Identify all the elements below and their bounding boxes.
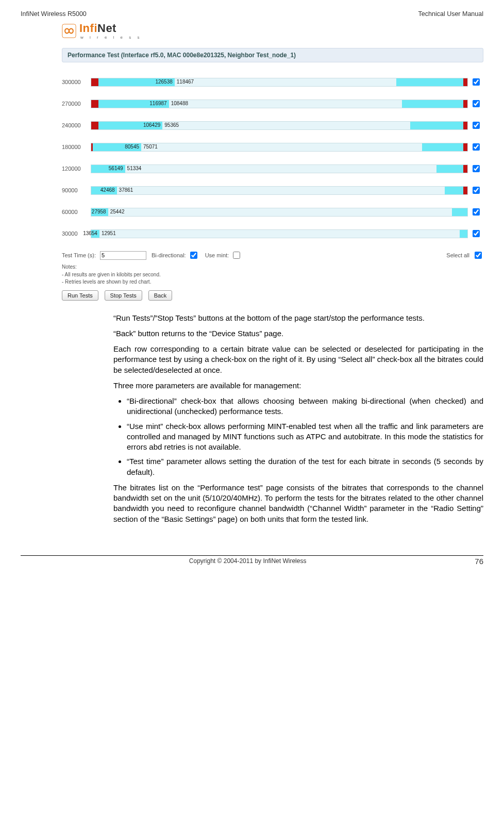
- left-value: 56149: [109, 166, 123, 171]
- bitrate-label: 60000: [62, 209, 91, 215]
- left-value: 116987: [149, 101, 166, 106]
- notes-block: Notes: - All results are given in kilobi…: [62, 263, 483, 286]
- bitrate-row: 600002795825442: [62, 207, 483, 217]
- left-throughput-bar: 126538: [98, 78, 175, 86]
- right-value: 75071: [143, 144, 158, 150]
- bitrate-row: 270000116987108488: [62, 98, 483, 109]
- row-select-checkbox[interactable]: [473, 78, 480, 86]
- right-value: 118467: [177, 79, 194, 85]
- errors-segment: [91, 100, 98, 108]
- left-throughput-bar: 116987: [98, 100, 169, 108]
- bitrate-chart: 3000001265381184672700001169871084882400…: [62, 77, 483, 239]
- left-value: 42468: [100, 187, 115, 193]
- brand-logo: InfiNet w i r e l e s s: [62, 22, 483, 40]
- usemint-label: Use mint:: [205, 252, 229, 258]
- right-value: 37861: [119, 187, 133, 193]
- doc-title-left: InfiNet Wireless R5000: [21, 10, 87, 18]
- errors-segment-right: [463, 78, 467, 86]
- right-throughput-bar: [436, 165, 467, 173]
- bitrate-label: 300000: [62, 79, 91, 85]
- right-throughput-bar: [410, 122, 467, 129]
- right-throughput-bar: [396, 78, 467, 86]
- left-value: 126538: [155, 79, 172, 85]
- footer-rule: [21, 555, 483, 556]
- stop-tests-button[interactable]: Stop Tests: [105, 290, 142, 301]
- bidir-checkbox[interactable]: [190, 252, 197, 259]
- copyright: Copyright © 2004-2011 by InfiNet Wireles…: [189, 557, 307, 565]
- right-throughput-bar: [422, 143, 467, 151]
- usemint-checkbox[interactable]: [233, 252, 240, 259]
- row-select-checkbox[interactable]: [473, 122, 480, 129]
- right-value: 25442: [110, 209, 125, 214]
- infinity-icon: [62, 24, 76, 38]
- test-time-input[interactable]: [100, 251, 146, 260]
- errors-segment-right: [463, 187, 467, 194]
- row-select-checkbox[interactable]: [473, 143, 480, 151]
- doc-title-right: Technical User Manual: [418, 10, 483, 18]
- right-throughput-bar: [402, 100, 467, 108]
- bar-track: 126538118467: [91, 78, 468, 87]
- bitrate-row: 1800008054575071: [62, 142, 483, 152]
- errors-segment-right: [463, 143, 467, 151]
- left-value: 80545: [125, 144, 139, 150]
- back-button[interactable]: Back: [148, 290, 172, 301]
- right-value: 12951: [102, 230, 116, 236]
- bitrate-row: 300000126538118467: [62, 77, 483, 87]
- right-throughput-bar: [460, 230, 467, 238]
- bitrate-label: 240000: [62, 122, 91, 128]
- errors-segment: [91, 78, 98, 86]
- brand-sub: w i r e l e s s: [80, 35, 142, 40]
- bitrate-row: 900004246837861: [62, 185, 483, 195]
- select-all-checkbox[interactable]: [475, 252, 482, 259]
- bar-track: 2795825442: [91, 208, 468, 217]
- right-value: 95365: [164, 122, 179, 128]
- bar-track: 8054575071: [91, 143, 468, 152]
- left-throughput-bar: 13654: [91, 230, 99, 238]
- left-throughput-bar: 106429: [98, 122, 162, 129]
- left-throughput-bar: 56149: [91, 165, 125, 173]
- bitrate-label: 270000: [62, 101, 91, 107]
- errors-segment-right: [463, 122, 467, 129]
- errors-segment-right: [463, 100, 467, 108]
- bitrate-label: 180000: [62, 144, 91, 150]
- bitrate-row: 24000010642995365: [62, 120, 483, 130]
- bar-track: 1365412951: [91, 229, 468, 238]
- left-value: 27958: [92, 209, 106, 214]
- bitrate-row: 1200005614951334: [62, 163, 483, 174]
- test-time-label: Test Time (s):: [62, 252, 96, 258]
- bitrate-label: 90000: [62, 187, 91, 193]
- right-throughput-bar: [452, 208, 467, 216]
- brand-b: Net: [97, 22, 116, 35]
- left-throughput-bar: 27958: [91, 208, 108, 216]
- row-select-checkbox[interactable]: [473, 187, 480, 194]
- bar-track: 116987108488: [91, 100, 468, 108]
- row-select-checkbox[interactable]: [473, 208, 480, 216]
- page-prose: “Run Tests”/”Stop Tests” buttons at the …: [113, 313, 483, 524]
- select-all-label: Select all: [446, 252, 469, 258]
- row-select-checkbox[interactable]: [473, 165, 480, 172]
- row-select-checkbox[interactable]: [473, 100, 480, 107]
- bitrate-row: 300001365412951: [62, 228, 483, 239]
- bidir-label: Bi-directional:: [152, 252, 186, 258]
- bar-track: 10642995365: [91, 121, 468, 130]
- left-throughput-bar: 42468: [91, 187, 117, 194]
- left-value: 13654: [83, 230, 97, 236]
- perf-test-header: Performance Test (Interface rf5.0, MAC 0…: [62, 48, 483, 62]
- left-value: 106429: [143, 122, 160, 128]
- run-tests-button[interactable]: Run Tests: [62, 290, 98, 301]
- controls-row: Test Time (s): Bi-directional: Use mint:…: [62, 250, 483, 260]
- bar-track: 5614951334: [91, 164, 468, 173]
- bitrate-label: 120000: [62, 166, 91, 172]
- right-value: 108488: [171, 101, 188, 106]
- errors-segment-right: [463, 165, 467, 173]
- left-throughput-bar: 80545: [93, 143, 141, 151]
- brand-a: Infi: [79, 22, 97, 35]
- bar-track: 4246837861: [91, 186, 468, 195]
- right-value: 51334: [127, 166, 142, 171]
- errors-segment: [91, 122, 98, 129]
- row-select-checkbox[interactable]: [473, 230, 480, 237]
- page-number: 76: [475, 557, 483, 566]
